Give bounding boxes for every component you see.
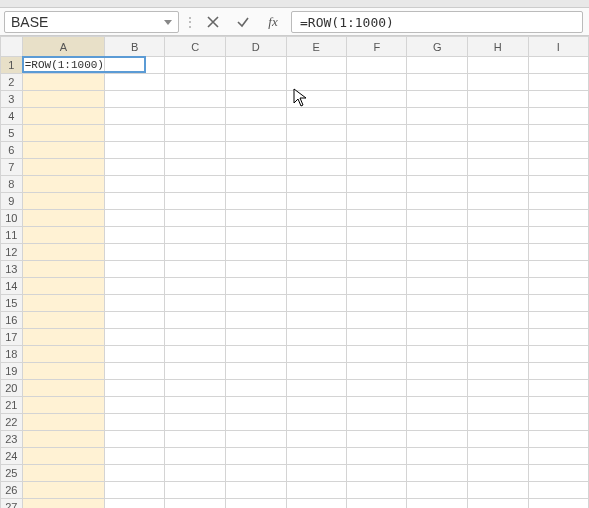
row-header[interactable]: 19 — [1, 363, 23, 380]
cell[interactable] — [407, 74, 468, 91]
cell[interactable] — [22, 295, 104, 312]
cell[interactable] — [225, 465, 286, 482]
cell[interactable] — [347, 431, 407, 448]
cell[interactable] — [104, 125, 165, 142]
cell[interactable] — [225, 448, 286, 465]
cell[interactable] — [225, 312, 286, 329]
cell[interactable] — [165, 431, 226, 448]
cell[interactable] — [407, 278, 468, 295]
cell[interactable] — [165, 329, 226, 346]
row-header[interactable]: 9 — [1, 193, 23, 210]
cell[interactable] — [528, 499, 588, 509]
cell[interactable] — [286, 448, 347, 465]
cell[interactable] — [165, 363, 226, 380]
cell[interactable] — [528, 380, 588, 397]
cell[interactable] — [347, 295, 407, 312]
cell[interactable] — [165, 91, 226, 108]
cell[interactable] — [104, 312, 165, 329]
cell[interactable] — [22, 108, 104, 125]
cell[interactable] — [104, 397, 165, 414]
cell[interactable] — [286, 312, 347, 329]
cell[interactable] — [22, 159, 104, 176]
cell[interactable] — [468, 91, 529, 108]
cell[interactable] — [407, 499, 468, 509]
cell[interactable] — [347, 227, 407, 244]
cell[interactable] — [407, 210, 468, 227]
cell[interactable] — [347, 125, 407, 142]
cell[interactable] — [347, 91, 407, 108]
cell[interactable] — [165, 108, 226, 125]
cell[interactable] — [104, 465, 165, 482]
cell[interactable] — [528, 448, 588, 465]
cell[interactable] — [407, 363, 468, 380]
row-header[interactable]: 13 — [1, 261, 23, 278]
column-header-D[interactable]: D — [225, 37, 286, 57]
cell[interactable] — [225, 159, 286, 176]
cell[interactable] — [528, 482, 588, 499]
cell[interactable] — [286, 227, 347, 244]
cell[interactable] — [468, 227, 529, 244]
row-header[interactable]: 24 — [1, 448, 23, 465]
cell[interactable] — [165, 176, 226, 193]
cell[interactable] — [165, 414, 226, 431]
cell[interactable] — [225, 108, 286, 125]
cell[interactable] — [286, 57, 347, 74]
row-header[interactable]: 25 — [1, 465, 23, 482]
row-header[interactable]: 14 — [1, 278, 23, 295]
cell[interactable] — [225, 210, 286, 227]
cell[interactable] — [104, 244, 165, 261]
cell[interactable] — [468, 431, 529, 448]
cell[interactable] — [165, 125, 226, 142]
cell[interactable] — [22, 278, 104, 295]
cell[interactable] — [468, 295, 529, 312]
cell[interactable] — [104, 91, 165, 108]
cell[interactable] — [528, 346, 588, 363]
column-header-A[interactable]: A — [22, 37, 104, 57]
cell[interactable] — [22, 193, 104, 210]
cell[interactable] — [407, 414, 468, 431]
cell[interactable] — [468, 448, 529, 465]
cell[interactable] — [104, 261, 165, 278]
cell[interactable] — [286, 397, 347, 414]
row-header[interactable]: 8 — [1, 176, 23, 193]
spreadsheet-grid[interactable]: ABCDEFGHI1=ROW(1:1000)234567891011121314… — [0, 36, 589, 508]
row-header[interactable]: 11 — [1, 227, 23, 244]
cell[interactable] — [286, 91, 347, 108]
row-header[interactable]: 16 — [1, 312, 23, 329]
cell[interactable] — [104, 176, 165, 193]
cell[interactable] — [22, 329, 104, 346]
cell[interactable] — [286, 346, 347, 363]
cell[interactable] — [528, 227, 588, 244]
cell[interactable] — [407, 312, 468, 329]
cell[interactable] — [286, 363, 347, 380]
cell[interactable] — [468, 210, 529, 227]
row-header[interactable]: 3 — [1, 91, 23, 108]
cell[interactable] — [347, 312, 407, 329]
row-header[interactable]: 27 — [1, 499, 23, 509]
cell[interactable] — [347, 108, 407, 125]
cell[interactable] — [165, 142, 226, 159]
cell[interactable] — [225, 193, 286, 210]
row-header[interactable]: 2 — [1, 74, 23, 91]
cell[interactable] — [347, 74, 407, 91]
cell[interactable] — [528, 125, 588, 142]
cell[interactable] — [104, 448, 165, 465]
cell[interactable] — [225, 176, 286, 193]
cell[interactable] — [104, 363, 165, 380]
column-header-H[interactable]: H — [468, 37, 529, 57]
cell[interactable] — [225, 499, 286, 509]
cell[interactable] — [407, 397, 468, 414]
cell[interactable] — [407, 431, 468, 448]
cell[interactable] — [22, 176, 104, 193]
cell[interactable] — [104, 414, 165, 431]
cell[interactable] — [528, 261, 588, 278]
cell[interactable] — [225, 278, 286, 295]
cell[interactable] — [468, 329, 529, 346]
cell[interactable] — [286, 329, 347, 346]
cell[interactable] — [407, 448, 468, 465]
cell[interactable] — [407, 159, 468, 176]
cell[interactable] — [22, 482, 104, 499]
cell[interactable] — [347, 244, 407, 261]
column-header-G[interactable]: G — [407, 37, 468, 57]
cell[interactable] — [347, 159, 407, 176]
